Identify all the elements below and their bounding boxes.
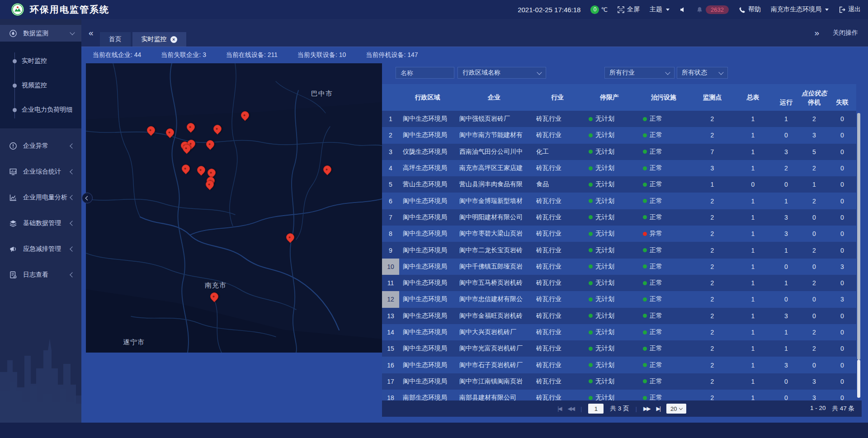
cell-stopped: 2 — [800, 340, 828, 357]
first-page-button[interactable]: |◀ — [557, 405, 561, 412]
table-row[interactable]: 7阆中生态环境局阆中明阳建材有限公司砖瓦行业无计划正常21300 — [382, 209, 856, 226]
help-button[interactable]: 帮助 — [739, 5, 761, 14]
tabs-scroll-left-icon[interactable]: « — [89, 28, 94, 38]
sidebar-item-data-monitor[interactable]: 数据监测 — [0, 25, 81, 42]
cell-running: 3 — [772, 144, 800, 160]
cell-region: 阆中生态环境局 — [399, 275, 456, 291]
sidebar-item-base-data[interactable]: 基础数据管理 — [0, 215, 81, 231]
cell-monitor-points: 2 — [691, 324, 734, 340]
region-filter-select[interactable]: 行政区域名称 — [458, 67, 546, 79]
sidebar-item-label: 应急减排管理 — [23, 245, 71, 253]
status-dot-green — [589, 133, 593, 137]
cell-running: 0 — [772, 127, 800, 143]
cell-region: 阆中生态环境局 — [399, 226, 456, 242]
cell-stopped: 0 — [800, 259, 828, 275]
table-header: 行政区域企业行业停限产治污设施监测点总表点位状态运行停机失联 — [382, 84, 856, 111]
status-dot-green — [643, 215, 647, 219]
status-dot-green — [589, 232, 593, 236]
sidebar-item-emergency-reduction[interactable]: 应急减排管理 — [0, 240, 81, 257]
tab-实时监控[interactable]: 实时监控× — [132, 32, 186, 47]
map-collapse-button[interactable] — [82, 193, 93, 203]
cell-pollution-facility: 正常 — [637, 111, 691, 127]
table-row[interactable]: 14阆中生态环境局阆中大兴页岩机砖厂砖瓦行业无计划正常21120 — [382, 324, 856, 340]
industry-filter-select[interactable]: 所有行业 — [604, 67, 675, 79]
notification-bell[interactable]: 2632 — [696, 5, 729, 14]
page-size-select[interactable]: 20 — [666, 404, 686, 414]
sidebar-item-log-view[interactable]: 日志查看 — [0, 266, 81, 283]
scrollbar-thumb[interactable] — [857, 113, 860, 360]
table-row[interactable]: 5营山生态环境局营山县润丰肉食品有限食品无计划正常10010 — [382, 176, 856, 193]
sidebar-item-enterprise-statistics[interactable]: 企业综合统计 — [0, 163, 81, 180]
table-row[interactable]: 3仪陇生态环境局西南油气田分公司川中化工无计划正常71350 — [382, 144, 856, 160]
fullscreen-button[interactable]: 全屏 — [618, 5, 640, 14]
table-row[interactable]: 15阆中生态环境局阆中市光富页岩机砖厂砖瓦行业无计划正常21120 — [382, 340, 856, 357]
cell-total-meters: 1 — [734, 111, 772, 127]
cell-running: 1 — [772, 111, 800, 127]
table-row[interactable]: 6阆中生态环境局阆中市金博瑞新型墙材砖瓦行业无计划正常21120 — [382, 193, 856, 209]
cell-company: 阆中市石子页岩机砖厂 — [456, 357, 533, 373]
row-index: 8 — [382, 226, 399, 242]
scrollbar-track[interactable] — [857, 360, 860, 398]
cell-monitor-points: 2 — [691, 111, 734, 127]
name-filter-input[interactable] — [396, 67, 454, 79]
cell-running: 0 — [772, 291, 800, 307]
status-dot-green — [589, 199, 593, 203]
cell-region: 阆中生态环境局 — [399, 340, 456, 357]
mute-icon[interactable] — [679, 6, 686, 13]
cell-running: 3 — [772, 308, 800, 324]
next-page-button[interactable]: ▶▶ — [643, 405, 650, 412]
table-row[interactable]: 1阆中生态环境局阆中强锐页岩砖厂砖瓦行业无计划正常21120 — [382, 111, 856, 127]
table-row[interactable]: 9阆中生态环境局阆中市二龙长宝页岩砖砖瓦行业无计划正常21120 — [382, 242, 856, 258]
cell-stopped: 5 — [800, 144, 828, 160]
row-index: 13 — [382, 308, 399, 324]
org-dropdown[interactable]: 南充市生态环境局 — [771, 5, 829, 14]
range-label: 1 - 20 — [810, 405, 826, 413]
prev-page-button[interactable]: ◀◀ — [568, 405, 574, 412]
table-row[interactable]: 18南部生态环境局南部县建材有限公司砖瓦行业无计划正常21030 — [382, 390, 856, 400]
cell-company: 阆中明阳建材有限公司 — [456, 209, 533, 226]
chevron-left-icon — [85, 196, 90, 200]
cell-company: 南部县建材有限公司 — [456, 390, 533, 400]
close-operations-button[interactable]: 关闭操作 — [833, 29, 858, 37]
chevron-down-icon — [665, 70, 670, 75]
tabs-scroll-right-icon[interactable]: » — [814, 28, 819, 38]
cell-monitor-points: 2 — [691, 291, 734, 307]
logout-button[interactable]: 退出 — [839, 5, 861, 14]
sidebar-item-video-monitor[interactable]: 视频监控 — [0, 73, 81, 98]
close-icon[interactable]: × — [170, 36, 177, 43]
table-row[interactable]: 17阆中生态环境局阆中市江南镇阆南页岩砖瓦行业无计划正常21030 — [382, 373, 856, 390]
table-row[interactable]: 13阆中生态环境局阆中市金福旺页岩机砖砖瓦行业无计划正常21300 — [382, 308, 856, 324]
column-header: 监测点 — [691, 84, 734, 111]
sidebar-item-realtime-monitor[interactable]: 实时监控 — [0, 49, 81, 73]
enterprise-table-panel: 行政区域名称 所有行业 所有状态 行政区域企业行业停限产治污设施监测点总表点位状… — [382, 63, 862, 417]
table-row[interactable]: 4高坪生态环境局南充市高坪区王家店建砖瓦行业无计划正常31220 — [382, 160, 856, 176]
table-row[interactable]: 10阆中生态环境局阆中千佛镇五郎垭页岩砖瓦行业无计划正常21003 — [382, 259, 856, 275]
cell-monitor-points: 3 — [691, 160, 734, 176]
status-dot-green — [643, 297, 647, 301]
total-pages-label: 共 3 页 — [610, 405, 629, 413]
divider: | — [636, 405, 637, 412]
status-filter-select[interactable]: 所有状态 — [677, 67, 728, 79]
table-row[interactable]: 8阆中生态环境局阆中市枣碧大梁山页岩砖瓦行业无计划异常21300 — [382, 226, 856, 242]
cell-production-limit: 无计划 — [582, 390, 637, 400]
cell-total-meters: 1 — [734, 144, 772, 160]
datetime-label: 2021-02-25 17:46:18 — [518, 6, 580, 14]
cell-industry: 砖瓦行业 — [533, 193, 582, 209]
table-row[interactable]: 12阆中生态环境局阆中市忠信建材有限公砖瓦行业无计划正常21003 — [382, 291, 856, 307]
theme-dropdown[interactable]: 主题 — [650, 5, 670, 14]
last-page-button[interactable]: ▶| — [656, 405, 660, 412]
cell-industry: 砖瓦行业 — [533, 340, 582, 357]
sidebar-item-label: 基础数据管理 — [23, 219, 71, 227]
table-row[interactable]: 16阆中生态环境局阆中市石子页岩机砖厂砖瓦行业无计划正常21300 — [382, 357, 856, 373]
sidebar-item-enterprise-abnormal[interactable]: 企业异常 — [0, 137, 81, 154]
table-row[interactable]: 11阆中生态环境局阆中市五马桥页岩机砖砖瓦行业无计划正常21120 — [382, 275, 856, 291]
tab-首页[interactable]: 首页 — [100, 32, 131, 47]
sidebar-item-power-load-detail[interactable]: 企业电力负荷明细 — [0, 98, 81, 122]
page-number-input[interactable]: 1 — [588, 404, 604, 414]
table-row[interactable]: 2阆中生态环境局阆中市南方节能建材有砖瓦行业无计划正常21030 — [382, 127, 856, 143]
cell-company: 阆中市光富页岩机砖厂 — [456, 340, 533, 357]
tab-label: 首页 — [109, 35, 122, 43]
sidebar-item-power-analysis[interactable]: 企业用电量分析 — [0, 189, 81, 206]
column-header — [382, 84, 399, 111]
map-panel[interactable]: 巴中市南充市遂宁市 — [86, 63, 382, 353]
